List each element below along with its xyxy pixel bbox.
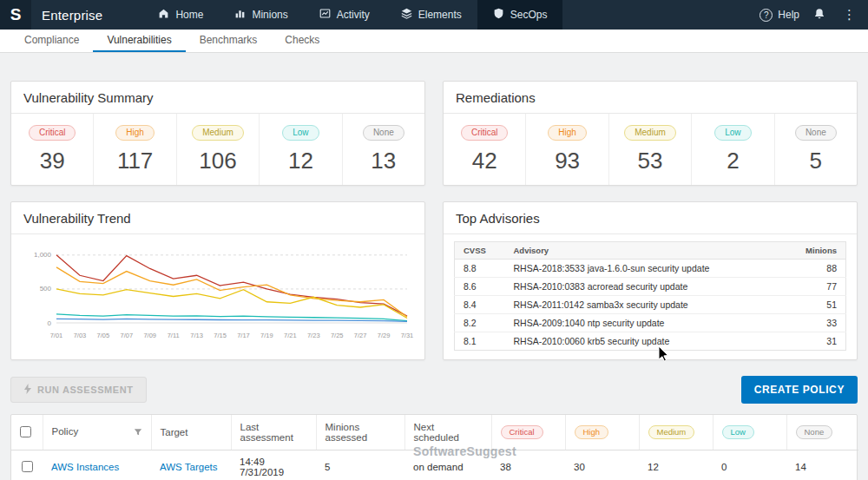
cvss-score: 8.6: [455, 278, 505, 296]
low-count-cell: 0: [713, 450, 786, 480]
medium-count-cell: 12: [639, 450, 713, 480]
top-advisories-card: Top Advisories CVSS Advisory Minions: [443, 201, 858, 360]
row-checkbox[interactable]: [22, 461, 33, 472]
svg-text:7/25: 7/25: [331, 332, 344, 339]
tab-benchmarks[interactable]: Benchmarks: [186, 30, 272, 52]
svg-text:7/07: 7/07: [120, 332, 133, 339]
column-header-policy[interactable]: Policy: [43, 415, 151, 450]
actions-row: RUN ASSESSMENT CREATE POLICY: [10, 376, 858, 404]
policy-table-card: Policy Target Last assessment Minions as…: [10, 414, 858, 480]
minions-assessed-cell: 5: [316, 450, 404, 480]
severity-pill-none: None: [795, 125, 837, 141]
advisory-row[interactable]: 8.8 RHSA-2018:3533 java-1.6.0-sun securi…: [455, 260, 846, 278]
layers-icon: [401, 8, 412, 22]
nav-item-minions[interactable]: Minions: [219, 0, 303, 30]
column-header-target[interactable]: Target: [151, 415, 231, 450]
tab-checks[interactable]: Checks: [271, 30, 333, 52]
minions-count: 51: [792, 296, 846, 314]
select-all-checkbox[interactable]: [20, 426, 31, 437]
minions-count: 88: [792, 260, 846, 278]
svg-text:1,000: 1,000: [34, 251, 52, 259]
nav-item-activity[interactable]: Activity: [304, 0, 385, 30]
overflow-menu-button[interactable]: ⋮: [839, 7, 859, 23]
severity-pill-critical: Critical: [461, 125, 509, 141]
column-header-next-scheduled[interactable]: Next scheduled: [404, 415, 491, 450]
svg-text:7/15: 7/15: [214, 332, 227, 339]
nav-item-elements[interactable]: Elements: [385, 0, 477, 30]
column-header-minions-assessed[interactable]: Minions assessed: [316, 415, 404, 450]
column-header-minions[interactable]: Minions: [792, 242, 846, 260]
stat-high: High 117: [94, 114, 176, 185]
create-policy-button[interactable]: CREATE POLICY: [741, 376, 858, 404]
main-content: Vulnerability Summary Critical 39 High 1…: [0, 53, 868, 480]
help-button[interactable]: ? Help: [760, 9, 799, 22]
column-label: Policy: [52, 426, 79, 437]
column-header-advisory[interactable]: Advisory: [505, 242, 792, 260]
advisories-table-wrap: CVSS Advisory Minions 8.8 RHSA-2018:3533…: [444, 234, 857, 359]
stat-value: 12: [260, 148, 341, 174]
trend-chart: 05001,0007/017/037/057/077/097/117/137/1…: [11, 234, 424, 345]
advisory-name: RHSA-2010:0383 acroread security update: [505, 278, 792, 296]
target-link[interactable]: AWS Targets: [160, 462, 217, 472]
stat-value: 106: [177, 148, 259, 174]
trend-chart-svg: 05001,0007/017/037/057/077/097/117/137/1…: [20, 241, 416, 345]
severity-pill-medium: Medium: [648, 425, 695, 440]
notifications-button[interactable]: [813, 8, 825, 23]
stat-low: Low 2: [692, 114, 774, 185]
severity-pill-none: None: [363, 125, 404, 141]
nav-item-label: Activity: [337, 9, 370, 21]
stat-critical: Critical 39: [11, 114, 94, 185]
advisory-row[interactable]: 8.4 RHSA-2011:0142 samba3x security upda…: [455, 296, 846, 314]
tab-vulnerabilities[interactable]: Vulnerabilities: [93, 30, 185, 52]
tab-compliance[interactable]: Compliance: [10, 30, 93, 52]
minions-count: 77: [792, 278, 846, 296]
top-nav: S Enterprise Home Minions Activity Eleme…: [0, 0, 868, 30]
column-header-last-assessment[interactable]: Last assessment: [231, 415, 316, 450]
filter-icon[interactable]: [134, 428, 142, 438]
svg-text:7/09: 7/09: [143, 332, 156, 339]
column-header-cvss[interactable]: CVSS: [455, 242, 505, 260]
bell-icon: [813, 8, 825, 23]
minions-count: 33: [792, 314, 846, 332]
home-icon: [158, 8, 169, 22]
advisory-row[interactable]: 8.1 RHSA-2010:0060 krb5 security update …: [455, 332, 846, 351]
critical-count-cell: 38: [491, 450, 565, 480]
svg-text:7/21: 7/21: [284, 332, 297, 339]
cvss-score: 8.8: [455, 260, 505, 278]
column-header-none[interactable]: None: [786, 415, 858, 450]
next-scheduled-cell: on demand: [404, 450, 491, 480]
svg-text:0: 0: [48, 319, 52, 327]
nav-item-home[interactable]: Home: [142, 0, 219, 30]
svg-text:7/31: 7/31: [401, 332, 414, 339]
card-title: Top Advisories: [444, 202, 857, 234]
run-assessment-button[interactable]: RUN ASSESSMENT: [10, 377, 147, 403]
stat-value: 117: [94, 148, 175, 174]
column-header-high[interactable]: High: [565, 415, 639, 450]
nav-item-secops[interactable]: SecOps: [477, 0, 563, 30]
column-header-medium[interactable]: Medium: [639, 415, 713, 450]
activity-chart-icon: [319, 8, 331, 22]
stat-none: None 5: [775, 114, 857, 185]
severity-pill-high: High: [548, 125, 587, 141]
severity-pill-critical: Critical: [501, 425, 543, 440]
policy-link[interactable]: AWS Instances: [51, 462, 119, 472]
card-title: Vulnerability Summary: [11, 82, 424, 114]
policy-table: Policy Target Last assessment Minions as…: [11, 415, 858, 480]
vulnerability-summary-card: Vulnerability Summary Critical 39 High 1…: [10, 81, 425, 186]
remediation-stats: Critical 42 High 93 Medium 53 Low 2: [444, 114, 857, 185]
column-header-critical[interactable]: Critical: [491, 415, 565, 450]
help-icon: ?: [760, 9, 773, 22]
saltstack-logo[interactable]: S: [0, 0, 31, 30]
advisory-row[interactable]: 8.6 RHSA-2010:0383 acroread security upd…: [455, 278, 846, 296]
stat-value: 42: [444, 148, 525, 174]
svg-text:7/27: 7/27: [354, 332, 367, 339]
advisories-table: CVSS Advisory Minions 8.8 RHSA-2018:3533…: [454, 241, 846, 351]
svg-text:7/29: 7/29: [378, 332, 391, 339]
card-title: Vulnerability Trend: [11, 202, 424, 234]
advisory-row[interactable]: 8.2 RHSA-2009:1040 ntp security update 3…: [455, 314, 846, 332]
column-header-low[interactable]: Low: [713, 415, 786, 450]
policy-row[interactable]: AWS Instances AWS Targets 14:49 7/31/201…: [11, 450, 858, 480]
severity-pill-critical: Critical: [29, 125, 76, 141]
summary-cards-row: Vulnerability Summary Critical 39 High 1…: [10, 81, 858, 186]
stat-value: 2: [692, 148, 773, 174]
